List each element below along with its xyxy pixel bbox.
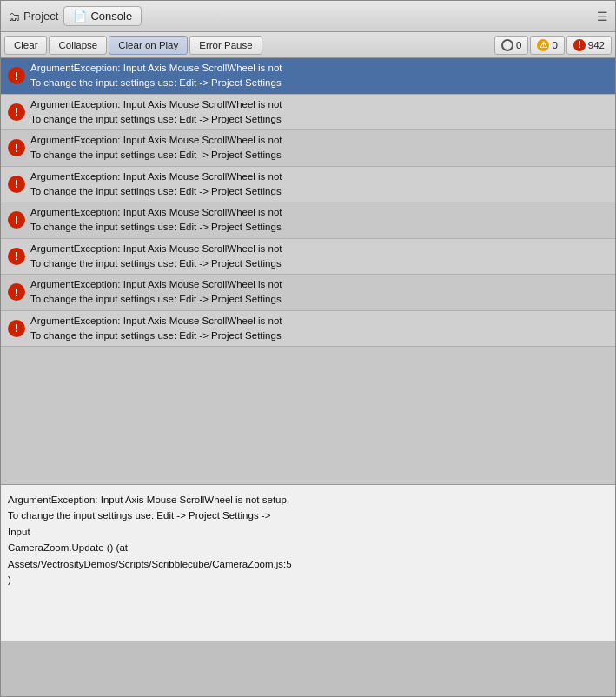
error-row-icon: ! xyxy=(8,248,25,265)
error-row-icon: ! xyxy=(8,320,25,337)
error-count: 942 xyxy=(588,40,605,50)
title-bar-right: ☰ xyxy=(597,10,608,23)
detail-line1: ArgumentException: Input Axis Mouse Scro… xyxy=(8,492,608,508)
console-row-text: ArgumentException: Input Axis Mouse Scro… xyxy=(30,61,282,91)
clear-button[interactable]: Clear xyxy=(4,36,47,55)
console-row[interactable]: !ArgumentException: Input Axis Mouse Scr… xyxy=(1,130,615,167)
clear-on-play-button[interactable]: Clear on Play xyxy=(109,36,188,55)
console-area: !ArgumentException: Input Axis Mouse Scr… xyxy=(1,58,615,484)
console-row-text: ArgumentException: Input Axis Mouse Scro… xyxy=(30,242,282,272)
toolbar: Clear Collapse Clear on Play Error Pause… xyxy=(1,32,615,58)
info-icon: ! xyxy=(501,39,513,51)
project-label: Project xyxy=(23,10,58,23)
console-tab[interactable]: 📄 Console xyxy=(63,6,142,26)
error-badge[interactable]: ! 942 xyxy=(566,36,612,55)
info-badge[interactable]: ! 0 xyxy=(494,36,528,55)
error-icon: ! xyxy=(573,39,586,51)
project-folder-icon: 🗂 xyxy=(8,10,20,23)
project-tab[interactable]: 🗂 Project xyxy=(8,10,58,23)
error-row-icon: ! xyxy=(8,103,25,121)
detail-line5: Assets/VectrosityDemos/Scripts/Scribblec… xyxy=(8,556,608,572)
console-doc-icon: 📄 xyxy=(73,10,87,23)
console-row[interactable]: !ArgumentException: Input Axis Mouse Scr… xyxy=(1,239,615,275)
console-list[interactable]: !ArgumentException: Input Axis Mouse Scr… xyxy=(1,58,615,484)
warning-count: 0 xyxy=(552,40,557,50)
console-row-text: ArgumentException: Input Axis Mouse Scro… xyxy=(30,205,282,236)
info-count: 0 xyxy=(516,40,521,50)
detail-panel: ArgumentException: Input Axis Mouse Scro… xyxy=(1,484,615,641)
error-pause-button[interactable]: Error Pause xyxy=(189,36,262,55)
console-label: Console xyxy=(90,10,132,23)
title-bar: 🗂 Project 📄 Console ☰ xyxy=(1,1,615,32)
console-row-text: ArgumentException: Input Axis Mouse Scro… xyxy=(30,277,282,308)
console-row-text: ArgumentException: Input Axis Mouse Scro… xyxy=(30,97,282,128)
detail-line3: Input xyxy=(8,524,608,540)
menu-icon[interactable]: ☰ xyxy=(597,10,608,23)
detail-line2: To change the input settings use: Edit -… xyxy=(8,508,608,523)
console-row[interactable]: !ArgumentException: Input Axis Mouse Scr… xyxy=(1,95,615,131)
console-row[interactable]: !ArgumentException: Input Axis Mouse Scr… xyxy=(1,167,615,203)
detail-line6: ) xyxy=(8,572,608,587)
warning-badge[interactable]: ⚠ 0 xyxy=(530,36,564,55)
error-row-icon: ! xyxy=(8,67,25,84)
console-row[interactable]: !ArgumentException: Input Axis Mouse Scr… xyxy=(1,58,615,95)
detail-line4: CameraZoom.Update () (at xyxy=(8,540,608,555)
console-row-text: ArgumentException: Input Axis Mouse Scro… xyxy=(30,133,282,163)
warning-icon: ⚠ xyxy=(537,39,549,51)
error-row-icon: ! xyxy=(8,211,25,229)
error-row-icon: ! xyxy=(8,139,25,156)
collapse-button[interactable]: Collapse xyxy=(49,36,107,55)
console-row[interactable]: !ArgumentException: Input Axis Mouse Scr… xyxy=(1,275,615,311)
console-row[interactable]: !ArgumentException: Input Axis Mouse Scr… xyxy=(1,202,615,239)
console-window: 🗂 Project 📄 Console ☰ Clear Collapse Cle… xyxy=(0,0,616,697)
error-row-icon: ! xyxy=(8,176,25,193)
title-bar-left: 🗂 Project 📄 Console xyxy=(8,6,597,26)
error-row-icon: ! xyxy=(8,283,25,301)
console-row[interactable]: !ArgumentException: Input Axis Mouse Scr… xyxy=(1,311,615,348)
console-row-text: ArgumentException: Input Axis Mouse Scro… xyxy=(30,169,282,200)
console-row-text: ArgumentException: Input Axis Mouse Scro… xyxy=(30,314,282,344)
